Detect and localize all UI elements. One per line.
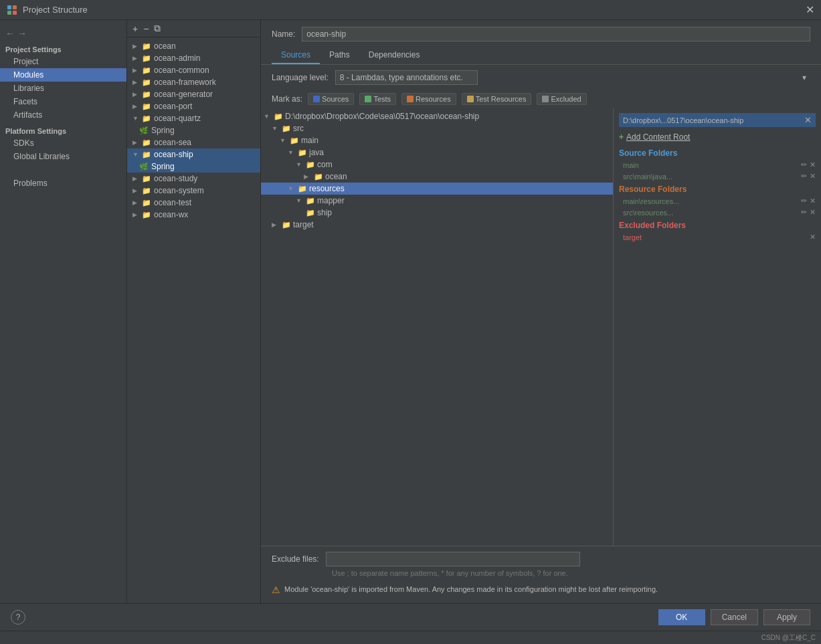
remove-source-main-button[interactable]: ✕ xyxy=(810,160,816,169)
sidebar-item-modules[interactable]: Modules xyxy=(0,68,126,82)
folder-icon: 📁 xyxy=(142,175,151,183)
tree-mapper[interactable]: ▼ 📁 mapper xyxy=(261,195,613,207)
expand-icon: ▼ xyxy=(288,149,296,156)
remove-resource-src-button[interactable]: ✕ xyxy=(810,208,816,217)
remove-excluded-target-button[interactable]: ✕ xyxy=(810,233,816,241)
source-folder-main-label: main xyxy=(623,161,639,169)
sidebar-item-sdks[interactable]: SDKs xyxy=(0,136,126,150)
sidebar-item-libraries[interactable]: Libraries xyxy=(0,82,126,95)
mark-resources-button[interactable]: Resources xyxy=(401,93,456,105)
tree-main[interactable]: ▼ 📁 main xyxy=(261,134,613,146)
warning-text: Module 'ocean-ship' is imported from Mav… xyxy=(284,584,658,595)
sources-color-icon xyxy=(313,96,320,102)
module-item-ocean-ship[interactable]: ▼ 📁 ocean-ship xyxy=(127,148,260,160)
remove-module-button[interactable]: − xyxy=(143,23,149,34)
module-item-spring-ship[interactable]: 🌿 Spring xyxy=(127,160,260,173)
close-button[interactable]: ✕ xyxy=(806,3,814,16)
module-item-ocean-framework[interactable]: ▶ 📁 ocean-framework xyxy=(127,76,260,88)
folder-icon: 📁 xyxy=(142,66,151,75)
help-label: ? xyxy=(16,613,21,622)
info-panel-close-button[interactable]: ✕ xyxy=(804,115,812,125)
mark-as-label: Mark as: xyxy=(272,94,302,104)
tree-ocean[interactable]: ▶ 📁 ocean xyxy=(261,171,613,183)
expand-icon: ▶ xyxy=(132,175,139,182)
app-icon xyxy=(7,5,17,15)
sidebar-item-facets-label: Facets xyxy=(13,97,37,106)
tree-ship[interactable]: 📁 ship xyxy=(261,207,613,219)
copy-module-button[interactable]: ⧉ xyxy=(154,23,161,34)
tree-java[interactable]: ▼ 📁 java xyxy=(261,146,613,158)
module-panel: + − ⧉ ▶ 📁 ocean ▶ 📁 ocean-admin xyxy=(127,20,261,603)
back-arrow[interactable]: ← xyxy=(5,28,15,39)
forward-arrow[interactable]: → xyxy=(17,28,27,39)
tree-root[interactable]: ▼ 📁 D:\dropbox\Dropbox\Code\sea\0517\oce… xyxy=(261,110,613,122)
folder-icon: 📁 xyxy=(306,197,315,205)
name-input[interactable] xyxy=(302,27,810,41)
module-item-ocean-study[interactable]: ▶ 📁 ocean-study xyxy=(127,173,260,185)
language-level-select[interactable]: 8 - Lambdas, type annotations etc. xyxy=(335,70,478,85)
sidebar-item-libraries-label: Libraries xyxy=(13,84,44,93)
folder-icon: 📁 xyxy=(306,209,315,217)
remove-resource-main-button[interactable]: ✕ xyxy=(810,197,816,205)
module-item-ocean-quartz[interactable]: ▼ 📁 ocean-quartz xyxy=(127,112,260,124)
exclude-files-input[interactable] xyxy=(326,552,580,566)
module-item-ocean-common[interactable]: ▶ 📁 ocean-common xyxy=(127,64,260,76)
folder-icon: 📁 xyxy=(142,102,151,111)
mark-tests-button[interactable]: Tests xyxy=(359,93,396,105)
resource-folder-main-resources: main\resources... ✏ ✕ xyxy=(619,195,816,207)
tabs-row: Sources Paths Dependencies xyxy=(261,47,821,65)
tab-paths[interactable]: Paths xyxy=(320,47,359,64)
tree-com[interactable]: ▼ 📁 com xyxy=(261,158,613,171)
svg-rect-0 xyxy=(7,5,11,9)
warning-row: ⚠ Module 'ocean-ship' is imported from M… xyxy=(272,581,810,598)
footer-left: ? xyxy=(11,610,25,625)
mark-sources-button[interactable]: Sources xyxy=(308,93,354,105)
tree-src[interactable]: ▼ 📁 src xyxy=(261,122,613,134)
add-module-button[interactable]: + xyxy=(132,23,138,34)
expand-icon: ▶ xyxy=(132,55,139,62)
module-item-ocean-test[interactable]: ▶ 📁 ocean-test xyxy=(127,197,260,209)
name-row: Name: xyxy=(261,20,821,47)
module-item-ocean-sea[interactable]: ▶ 📁 ocean-sea xyxy=(127,136,260,148)
module-item-spring-quartz[interactable]: 🌿 Spring xyxy=(127,124,260,136)
sidebar-item-global-libraries[interactable]: Global Libraries xyxy=(0,150,126,163)
add-content-root-button[interactable]: + Add Content Root xyxy=(619,131,816,143)
cancel-button[interactable]: Cancel xyxy=(711,609,758,625)
status-bar: CSDN @工楼C_C xyxy=(0,631,821,644)
file-tree: ▼ 📁 D:\dropbox\Dropbox\Code\sea\0517\oce… xyxy=(261,108,614,546)
resources-color-icon xyxy=(407,96,414,102)
module-item-ocean-admin[interactable]: ▶ 📁 ocean-admin xyxy=(127,52,260,64)
module-name: ocean-wx xyxy=(154,210,188,219)
resource-folder-src-resources: src\resources... ✏ ✕ xyxy=(619,207,816,218)
sidebar-item-artifacts[interactable]: Artifacts xyxy=(0,108,126,122)
ok-button[interactable]: OK xyxy=(658,609,705,625)
excluded-folder-target: target ✕ xyxy=(619,231,816,243)
project-structure-window: Project Structure ✕ ← → Project Settings… xyxy=(0,0,821,644)
edit-resource-main-button[interactable]: ✏ xyxy=(801,197,807,205)
edit-resource-src-button[interactable]: ✏ xyxy=(801,208,807,217)
folder-icon: 📁 xyxy=(142,42,151,51)
mark-excluded-button[interactable]: Excluded xyxy=(537,93,586,105)
sidebar-item-facets[interactable]: Facets xyxy=(0,95,126,108)
folder-icon: 📁 xyxy=(298,185,307,193)
apply-button[interactable]: Apply xyxy=(763,609,810,625)
tree-root-label: D:\dropbox\Dropbox\Code\sea\0517\ocean\o… xyxy=(285,112,479,121)
help-button[interactable]: ? xyxy=(11,610,25,625)
edit-source-main-button[interactable]: ✏ xyxy=(801,160,807,169)
content-area: ← → Project Settings Project Modules Lib… xyxy=(0,20,821,603)
folder-icon: 📁 xyxy=(282,221,291,229)
module-item-ocean-port[interactable]: ▶ 📁 ocean-port xyxy=(127,100,260,112)
tab-sources[interactable]: Sources xyxy=(272,47,320,64)
tree-target[interactable]: ▶ 📁 target xyxy=(261,219,613,231)
module-item-ocean[interactable]: ▶ 📁 ocean xyxy=(127,40,260,52)
sidebar-item-problems[interactable]: Problems xyxy=(0,177,126,190)
tree-resources[interactable]: ▼ 📁 resources xyxy=(261,183,613,195)
module-item-ocean-wx[interactable]: ▶ 📁 ocean-wx xyxy=(127,209,260,221)
tab-dependencies[interactable]: Dependencies xyxy=(359,47,430,64)
sidebar-item-project[interactable]: Project xyxy=(0,55,126,68)
module-item-ocean-generator[interactable]: ▶ 📁 ocean-generator xyxy=(127,88,260,100)
module-item-ocean-system[interactable]: ▶ 📁 ocean-system xyxy=(127,185,260,197)
remove-source-java-button[interactable]: ✕ xyxy=(810,172,816,181)
edit-source-java-button[interactable]: ✏ xyxy=(801,172,807,181)
mark-test-resources-button[interactable]: Test Resources xyxy=(462,93,532,105)
